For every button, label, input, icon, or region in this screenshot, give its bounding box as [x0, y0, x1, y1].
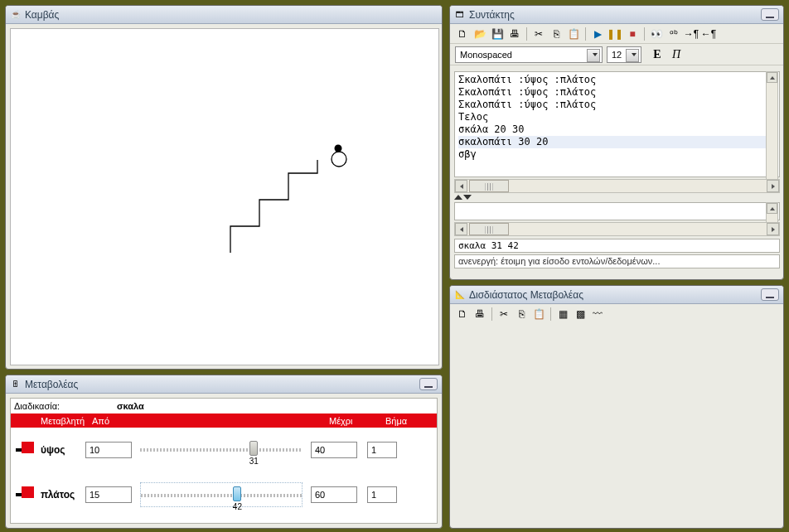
open-icon[interactable]: 📂: [472, 27, 487, 41]
canvas-icon: ☕: [10, 9, 22, 21]
code-line: Σκαλοπάτι :ύψος :πλάτος: [458, 99, 776, 111]
slider-thumb[interactable]: [249, 441, 258, 456]
editor-toolbar: 🗋 📂 💾 🖶 ✂ ⎘ 📋 ▶ ❚❚ ■ 👀 ᵅᵇ →¶ ←¶: [450, 24, 783, 44]
to-input[interactable]: [311, 442, 357, 458]
canvas-title-bar[interactable]: ☕ Καμβάς: [6, 6, 442, 24]
status-bar: ανενεργή: έτοιμη για είσοδο εντολών/δεδο…: [454, 254, 780, 268]
cut-icon[interactable]: ✂: [531, 27, 546, 41]
code-line: σβγ: [458, 148, 776, 161]
canvas-svg: [11, 29, 440, 366]
slider-thumb[interactable]: [233, 486, 241, 501]
code-line: σκάλα 20 30: [458, 123, 776, 136]
font-size-value: 12: [612, 50, 622, 60]
outdent-icon[interactable]: ←¶: [701, 27, 716, 41]
font-family-value: Monospaced: [460, 50, 512, 60]
slider-track[interactable]: 42: [140, 482, 303, 507]
header-from: Από: [92, 416, 120, 426]
paste-icon[interactable]: 📋: [566, 27, 581, 41]
d2-minimize-button[interactable]: [761, 288, 779, 301]
slider-title-bar[interactable]: 🎚 Μεταβολέας: [6, 375, 442, 394]
status-text: ανενεργή: έτοιμη για είσοδο εντολών/δεδο…: [458, 256, 660, 266]
slider-title: Μεταβολέας: [25, 379, 78, 390]
editor-hscroll-2[interactable]: [454, 222, 780, 236]
flag-icon: [16, 442, 34, 458]
grid2-icon[interactable]: ▩: [573, 307, 588, 322]
code-line: Σκαλοπάτι :ύψος :πλάτος: [458, 86, 776, 99]
canvas-title: Καμβάς: [25, 9, 59, 21]
canvas-drawing-area[interactable]: [10, 28, 439, 365]
find-icon[interactable]: 👀: [649, 27, 664, 41]
procedure-label: Διαδικασία:: [14, 401, 117, 411]
code-line: σκαλοπάτι 30 20: [458, 136, 776, 148]
editor-vscroll[interactable]: [766, 71, 778, 191]
header-var: Μεταβλητή: [41, 416, 92, 426]
slider-row: πλάτος 42: [11, 472, 437, 517]
code-line: Τελος: [458, 111, 776, 123]
code-line: Σκαλοπάτι :ύψος :πλάτος: [458, 74, 776, 86]
canvas-panel: ☕ Καμβάς: [5, 5, 443, 370]
svg-point-1: [335, 145, 342, 152]
slider-body: Διαδικασία: σκαλα Μεταβλητή Από Μέχρι Βή…: [10, 398, 438, 524]
editor-title: Συντάκτης: [469, 9, 515, 21]
editor-panel: 🗔 Συντάκτης 🗋 📂 💾 🖶 ✂ ⎘ 📋 ▶ ❚❚ ■ 👀 ᵅᵇ →¶…: [449, 5, 784, 280]
slider-row: ύψος 31: [11, 428, 437, 472]
play-icon[interactable]: ▶: [590, 27, 605, 41]
new-icon[interactable]: 🗋: [455, 307, 470, 322]
d2-title-bar[interactable]: 📐 Δισδιάστατος Μεταβολέας: [450, 286, 783, 304]
slider-header-row: Μεταβλητή Από Μέχρι Βήμα: [11, 414, 437, 428]
replace-icon[interactable]: ᵅᵇ: [666, 27, 681, 41]
paste-icon[interactable]: 📋: [531, 307, 546, 322]
slider-value: 42: [233, 502, 242, 511]
to-input[interactable]: [311, 486, 357, 503]
editor-text-area[interactable]: Σκαλοπάτι :ύψος :πλάτος Σκαλοπάτι :ύψος …: [454, 71, 780, 177]
svg-point-0: [332, 152, 346, 167]
header-step: Βήμα: [385, 416, 419, 426]
var-name: ύψος: [41, 444, 85, 456]
slider-panel: 🎚 Μεταβολέας Διαδικασία: σκαλα Μεταβλητή…: [5, 375, 443, 529]
header-to: Μέχρι: [329, 416, 385, 426]
editor-icon: 🗔: [454, 9, 466, 21]
slider-track[interactable]: 31: [140, 438, 303, 462]
command-input[interactable]: σκαλα 31 42: [454, 239, 780, 253]
command-text: σκαλα 31 42: [458, 240, 519, 251]
slider-value: 31: [249, 457, 259, 466]
from-input[interactable]: [85, 486, 132, 503]
cut-icon[interactable]: ✂: [496, 307, 511, 322]
d2-icon: 📐: [454, 289, 466, 301]
stop-icon[interactable]: ■: [625, 27, 640, 41]
slider-icon: 🎚: [10, 379, 22, 390]
font-family-select[interactable]: Monospaced: [455, 46, 603, 63]
pause-icon[interactable]: ❚❚: [607, 27, 622, 41]
d2-title: Δισδιάστατος Μεταβολέας: [469, 289, 583, 301]
step-input[interactable]: [367, 486, 397, 503]
editor-bottom-area[interactable]: [454, 202, 780, 220]
split-handle[interactable]: [454, 193, 780, 201]
procedure-value: σκαλα: [117, 401, 144, 411]
d2-panel: 📐 Δισδιάστατος Μεταβολέας 🗋 🖶 ✂ ⎘ 📋 ▦ ▩ …: [449, 285, 784, 529]
print-icon[interactable]: 🖶: [472, 307, 487, 322]
print-icon[interactable]: 🖶: [507, 27, 522, 41]
editor-title-bar[interactable]: 🗔 Συντάκτης: [450, 6, 783, 24]
editor-hscroll-1[interactable]: [454, 179, 780, 193]
editor-minimize-button[interactable]: [761, 8, 779, 21]
save-icon[interactable]: 💾: [490, 27, 505, 41]
from-input[interactable]: [85, 442, 132, 458]
curve-icon[interactable]: 〰: [590, 307, 605, 322]
new-icon[interactable]: 🗋: [455, 27, 470, 41]
step-input[interactable]: [367, 442, 397, 458]
editor-font-row: Monospaced 12 E Π: [450, 44, 783, 65]
d2-toolbar: 🗋 🖶 ✂ ⎘ 📋 ▦ ▩ 〰: [450, 304, 783, 324]
font-size-select[interactable]: 12: [607, 46, 641, 63]
flag-icon: [16, 486, 34, 503]
procedure-row: Διαδικασία: σκαλα: [11, 399, 437, 414]
grid1-icon[interactable]: ▦: [555, 307, 570, 322]
slider-minimize-button[interactable]: [419, 378, 438, 390]
italic-button[interactable]: Π: [669, 47, 684, 62]
var-name: πλάτος: [41, 489, 85, 501]
indent-icon[interactable]: →¶: [684, 27, 699, 41]
copy-icon[interactable]: ⎘: [514, 307, 529, 322]
bold-button[interactable]: E: [650, 47, 665, 62]
copy-icon[interactable]: ⎘: [549, 27, 564, 41]
